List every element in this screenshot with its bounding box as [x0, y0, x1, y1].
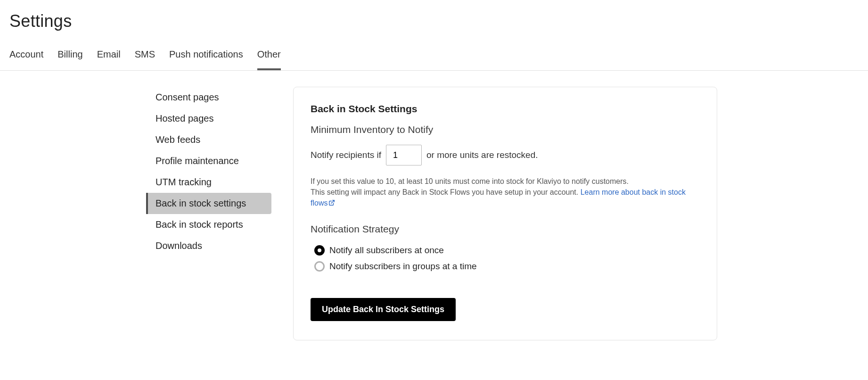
radio-label: Notify subscribers in groups at a time — [329, 261, 477, 272]
help-line-1: If you set this value to 10, at least 10… — [311, 177, 629, 185]
help-text: If you set this value to 10, at least 10… — [311, 176, 700, 209]
sidebar-item-web-feeds[interactable]: Web feeds — [146, 129, 271, 150]
tab-billing[interactable]: Billing — [57, 49, 82, 70]
tab-account[interactable]: Account — [9, 49, 43, 70]
sidebar-item-profile-maintenance[interactable]: Profile maintenance — [146, 150, 271, 172]
sidebar-item-utm-tracking[interactable]: UTM tracking — [146, 172, 271, 193]
update-back-in-stock-button[interactable]: Update Back In Stock Settings — [311, 298, 456, 321]
svg-line-0 — [331, 200, 334, 203]
notify-threshold-suffix: or more units are restocked. — [426, 150, 538, 160]
settings-sidebar: Consent pages Hosted pages Web feeds Pro… — [146, 87, 271, 340]
settings-tabs: Account Billing Email SMS Push notificat… — [0, 31, 868, 71]
help-line-2: This setting will impact any Back in Sto… — [311, 188, 581, 196]
sidebar-item-back-in-stock-reports[interactable]: Back in stock reports — [146, 214, 271, 235]
radio-option-notify-all[interactable]: Notify all subscribers at once — [311, 245, 700, 256]
tab-email[interactable]: Email — [97, 49, 121, 70]
notify-threshold-row: Notify recipients if or more units are r… — [311, 145, 700, 165]
notify-threshold-prefix: Notify recipients if — [311, 150, 381, 160]
tab-sms[interactable]: SMS — [135, 49, 155, 70]
sidebar-item-consent-pages[interactable]: Consent pages — [146, 87, 271, 108]
radio-label: Notify all subscribers at once — [329, 245, 444, 256]
sidebar-item-hosted-pages[interactable]: Hosted pages — [146, 108, 271, 129]
back-in-stock-panel: Back in Stock Settings Minimum Inventory… — [293, 87, 717, 340]
tab-push-notifications[interactable]: Push notifications — [169, 49, 243, 70]
page-title: Settings — [0, 0, 868, 31]
sidebar-item-back-in-stock-settings[interactable]: Back in stock settings — [146, 193, 271, 214]
minimum-inventory-heading: Minimum Inventory to Notify — [311, 124, 700, 135]
panel-title: Back in Stock Settings — [311, 103, 700, 115]
notification-strategy-heading: Notification Strategy — [311, 223, 700, 235]
tab-other[interactable]: Other — [257, 49, 281, 70]
external-link-icon — [328, 198, 335, 209]
radio-option-notify-groups[interactable]: Notify subscribers in groups at a time — [311, 261, 700, 272]
radio-unselected-icon — [314, 261, 325, 272]
radio-selected-icon — [314, 245, 325, 256]
notify-threshold-input[interactable] — [386, 145, 422, 165]
sidebar-item-downloads[interactable]: Downloads — [146, 235, 271, 256]
